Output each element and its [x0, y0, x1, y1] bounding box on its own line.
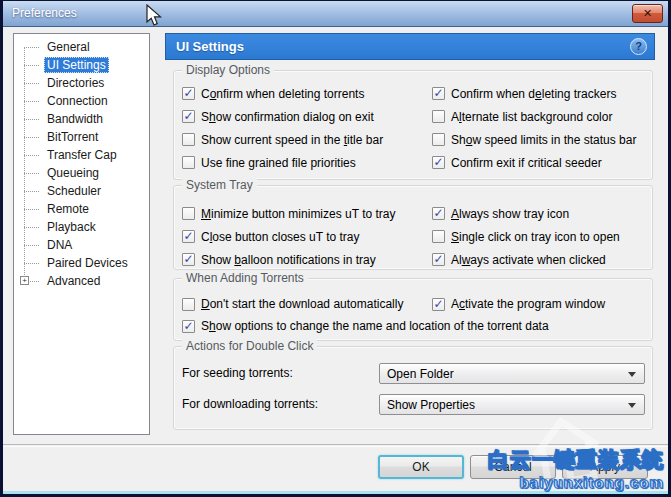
checkbox-unchecked-icon[interactable]: [182, 133, 195, 146]
checkbox-label: Minimize button minimizes uT to tray: [201, 207, 396, 221]
sidebar-item-scheduler[interactable]: Scheduler: [14, 182, 149, 200]
checkbox-label: Confirm when deleting torrents: [201, 87, 364, 101]
sidebar-item-label: Directories: [44, 75, 107, 91]
checkbox-label: Confirm when deleting trackers: [451, 87, 616, 101]
checkbox-checked-icon[interactable]: ✓: [182, 110, 195, 123]
checkbox-label: Close button closes uT to tray: [201, 230, 360, 244]
chevron-down-icon: [628, 372, 636, 377]
window-title: Preferences: [12, 6, 77, 20]
checkbox-label: Show confirmation dialog on exit: [201, 110, 374, 124]
sidebar-item-label: UI Settings: [44, 57, 109, 73]
checkbox-use-fine-grained-file-priorities[interactable]: Use fine grained file priorities: [182, 151, 383, 174]
sidebar: GeneralUI SettingsDirectoriesConnectionB…: [13, 33, 150, 435]
group-system-tray: System Tray Minimize button minimizes uT…: [173, 185, 653, 270]
expand-icon[interactable]: +: [20, 276, 29, 285]
checkbox-label: Show current speed in the title bar: [201, 133, 383, 147]
apply-button[interactable]: Apply: [562, 455, 648, 479]
settings-pane: UI Settings ? Display Options ✓Confirm w…: [165, 33, 655, 445]
sidebar-item-connection[interactable]: Connection: [14, 92, 149, 110]
checkbox-confirm-when-deleting-torrents[interactable]: ✓Confirm when deleting torrents: [182, 82, 383, 105]
checkbox-checked-icon[interactable]: ✓: [432, 207, 445, 220]
checkbox-checked-icon[interactable]: ✓: [432, 253, 445, 266]
sidebar-item-label: DNA: [44, 237, 75, 253]
checkbox-unchecked-icon[interactable]: [432, 110, 445, 123]
chevron-down-icon: [628, 403, 636, 408]
checkbox-checked-icon[interactable]: ✓: [182, 87, 195, 100]
checkbox-label: Single click on tray icon to open: [451, 230, 620, 244]
checkbox-always-show-tray-icon[interactable]: ✓Always show tray icon: [432, 202, 620, 225]
help-icon[interactable]: ?: [630, 38, 647, 55]
checkbox-checked-icon[interactable]: ✓: [182, 253, 195, 266]
checkbox-checked-icon[interactable]: ✓: [182, 230, 195, 243]
window-bottom-edge: [3, 491, 668, 494]
sidebar-item-label: Transfer Cap: [44, 147, 120, 163]
sidebar-tree: GeneralUI SettingsDirectoriesConnectionB…: [14, 34, 149, 290]
sidebar-item-bittorrent[interactable]: BitTorrent: [14, 128, 149, 146]
selected-value: Open Folder: [387, 367, 454, 381]
checkbox-checked-icon[interactable]: ✓: [432, 87, 445, 100]
checkbox-confirm-when-deleting-trackers[interactable]: ✓Confirm when deleting trackers: [432, 82, 636, 105]
checkbox-minimize-button-minimizes-ut-to-tray[interactable]: Minimize button minimizes uT to tray: [182, 202, 396, 225]
checkbox-activate-the-program-window[interactable]: ✓Activate the program window: [432, 293, 605, 315]
checkbox-checked-icon[interactable]: ✓: [432, 298, 445, 311]
sidebar-item-label: BitTorrent: [44, 129, 101, 145]
sidebar-item-remote[interactable]: Remote: [14, 200, 149, 218]
checkbox-unchecked-icon[interactable]: [182, 298, 195, 311]
sidebar-item-label: Scheduler: [44, 183, 104, 199]
checkbox-unchecked-icon[interactable]: [182, 156, 195, 169]
sidebar-item-advanced[interactable]: +Advanced: [14, 272, 149, 290]
downloading-action-label: For downloading torrents:: [182, 394, 318, 415]
checkbox-unchecked-icon[interactable]: [432, 230, 445, 243]
mouse-cursor-icon: [146, 4, 163, 27]
sidebar-item-transfer-cap[interactable]: Transfer Cap: [14, 146, 149, 164]
sidebar-item-ui-settings[interactable]: UI Settings: [14, 56, 149, 74]
checkbox-show-confirmation-dialog-on-exit[interactable]: ✓Show confirmation dialog on exit: [182, 105, 383, 128]
checkbox-label: Alternate list background color: [451, 110, 612, 124]
pane-header: UI Settings ?: [165, 33, 655, 60]
checkbox-close-button-closes-ut-to-tray[interactable]: ✓Close button closes uT to tray: [182, 225, 396, 248]
seeding-action-label: For seeding torrents:: [182, 363, 293, 384]
checkbox-show-options-to-change-the-name-and-location-of-the-torrent-data[interactable]: ✓Show options to change the name and loc…: [182, 315, 549, 337]
checkbox-checked-icon[interactable]: ✓: [182, 320, 195, 333]
sidebar-item-general[interactable]: General: [14, 38, 149, 56]
checkbox-show-speed-limits-in-the-status-bar[interactable]: Show speed limits in the status bar: [432, 128, 636, 151]
checkbox-always-activate-when-clicked[interactable]: ✓Always activate when clicked: [432, 248, 620, 271]
group-title: Actions for Double Click: [182, 339, 317, 353]
checkbox-show-balloon-notifications-in-tray[interactable]: ✓Show balloon notifications in tray: [182, 248, 396, 271]
sidebar-item-paired-devices[interactable]: Paired Devices: [14, 254, 149, 272]
cancel-button[interactable]: Cancel: [470, 455, 556, 479]
checkbox-confirm-exit-if-critical-seeder[interactable]: ✓Confirm exit if critical seeder: [432, 151, 636, 174]
checkbox-checked-icon[interactable]: ✓: [432, 156, 445, 169]
checkbox-alternate-list-background-color[interactable]: Alternate list background color: [432, 105, 636, 128]
checkbox-label: Show balloon notifications in tray: [201, 253, 376, 267]
selected-value: Show Properties: [387, 398, 475, 412]
sidebar-item-label: Remote: [44, 201, 92, 217]
footer-separator: [3, 444, 668, 446]
checkbox-label: Use fine grained file priorities: [201, 156, 356, 170]
sidebar-item-label: Advanced: [44, 273, 103, 289]
checkbox-single-click-on-tray-icon-to-open[interactable]: Single click on tray icon to open: [432, 225, 620, 248]
group-actions-double-click: Actions for Double Click For seeding tor…: [173, 346, 653, 430]
checkbox-label: Activate the program window: [451, 297, 605, 311]
preferences-dialog: Preferences ✕ GeneralUI SettingsDirector…: [0, 0, 671, 497]
downloading-action-select[interactable]: Show Properties: [379, 394, 645, 415]
sidebar-item-playback[interactable]: Playback: [14, 218, 149, 236]
checkbox-label: Show speed limits in the status bar: [451, 133, 636, 147]
checkbox-unchecked-icon[interactable]: [432, 133, 445, 146]
checkbox-show-current-speed-in-the-title-bar[interactable]: Show current speed in the title bar: [182, 128, 383, 151]
sidebar-item-directories[interactable]: Directories: [14, 74, 149, 92]
title-bar[interactable]: Preferences ✕: [3, 1, 668, 27]
checkbox-label: Show options to change the name and loca…: [201, 319, 549, 333]
sidebar-item-queueing[interactable]: Queueing: [14, 164, 149, 182]
checkbox-unchecked-icon[interactable]: [182, 207, 195, 220]
sidebar-item-label: Bandwidth: [44, 111, 106, 127]
ok-button[interactable]: OK: [378, 455, 464, 479]
sidebar-item-label: Connection: [44, 93, 111, 109]
checkbox-label: Confirm exit if critical seeder: [451, 156, 602, 170]
seeding-action-select[interactable]: Open Folder: [379, 363, 645, 384]
checkbox-label: Don't start the download automatically: [201, 297, 403, 311]
sidebar-item-label: Playback: [44, 219, 99, 235]
close-icon[interactable]: ✕: [632, 4, 663, 23]
sidebar-item-dna[interactable]: DNA: [14, 236, 149, 254]
sidebar-item-bandwidth[interactable]: Bandwidth: [14, 110, 149, 128]
